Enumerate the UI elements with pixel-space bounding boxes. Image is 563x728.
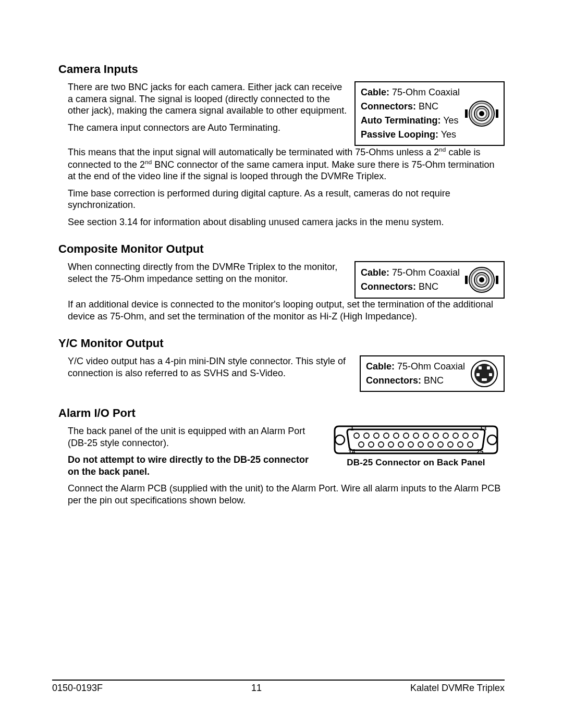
svg-rect-16	[479, 366, 482, 369]
passive-value: Yes	[438, 129, 456, 140]
svg-rect-0	[465, 109, 468, 118]
svg-point-32	[443, 433, 448, 438]
svg-point-38	[378, 442, 384, 447]
composite-text: When connecting directly from the DVMRe …	[68, 261, 348, 290]
heading-alarm-io: Alarm I/O Port	[58, 406, 505, 420]
comp-cable-label: Cable:	[361, 267, 389, 278]
specbox-composite: Cable: 75-Ohm Coaxial Connectors: BNC	[354, 261, 505, 299]
svg-point-13	[479, 277, 484, 282]
comp-connectors-value: BNC	[416, 281, 438, 292]
row-composite: When connecting directly from the DVMRe …	[58, 261, 505, 299]
svg-point-6	[479, 111, 484, 116]
alarm-text: The back panel of the unit is equipped w…	[68, 425, 321, 483]
svg-rect-20	[482, 378, 487, 381]
connectors-label: Connectors:	[361, 101, 416, 112]
row-yc: Y/C video output has a 4-pin mini-DIN st…	[58, 355, 505, 392]
svg-point-36	[359, 442, 364, 447]
svg-point-31	[433, 433, 438, 438]
composite-p1: When connecting directly from the DVMRe …	[68, 261, 348, 285]
row-camera-inputs: There are two BNC jacks for each camera.…	[58, 81, 505, 146]
svg-point-33	[453, 433, 458, 438]
camera-inputs-p3: This means that the input signal will au…	[68, 146, 505, 182]
svg-point-45	[448, 442, 453, 447]
svg-point-35	[473, 433, 478, 438]
svg-point-23	[354, 433, 359, 438]
svg-point-46	[458, 442, 463, 447]
connectors-value: BNC	[416, 101, 438, 112]
yc-text: Y/C video output has a 4-pin mini-DIN st…	[68, 355, 353, 384]
p3-sup2: nd	[145, 158, 152, 165]
db25-connector-icon: 1 13 14 25	[327, 425, 505, 454]
footer-docnum: 0150-0193F	[52, 683, 103, 694]
footer-row: 0150-0193F 11 Kalatel DVMRe Triplex	[52, 683, 505, 694]
document-page: Camera Inputs There are two BNC jacks fo…	[0, 0, 563, 728]
footer-product: Kalatel DVMRe Triplex	[410, 683, 505, 694]
svg-point-27	[394, 433, 399, 438]
cable-label: Cable:	[361, 87, 389, 97]
heading-yc-output: Y/C Monitor Output	[58, 337, 505, 350]
svg-point-25	[374, 433, 379, 438]
db25-diagram: 1 13 14 25 DB-25 Connector on Back Panel	[327, 425, 505, 468]
page-footer: 0150-0193F 11 Kalatel DVMRe Triplex	[52, 680, 505, 694]
alarm-warn: Do not attempt to wire directly to the D…	[68, 454, 321, 477]
camera-inputs-p5: See section 3.14 for information about d…	[68, 216, 505, 228]
svg-point-30	[423, 433, 429, 438]
section-alarm-io: Alarm I/O Port The back panel of the uni…	[58, 406, 505, 506]
svg-point-47	[468, 442, 473, 447]
yc-connectors-value: BNC	[421, 375, 444, 386]
svg-point-22	[487, 435, 497, 445]
svg-point-37	[369, 442, 374, 447]
row-alarm: The back panel of the unit is equipped w…	[58, 425, 505, 483]
pin25-label: 25	[476, 448, 484, 454]
spec-text-yc: Cable: 75-Ohm Coaxial Connectors: BNC	[366, 360, 465, 388]
camera-inputs-p4: Time base correction is performed during…	[68, 188, 505, 211]
spec-text-camera: Cable: 75-Ohm Coaxial Connectors: BNC Au…	[361, 85, 460, 142]
comp-cable-value: 75-Ohm Coaxial	[389, 267, 460, 278]
autoterm-value: Yes	[441, 115, 459, 126]
svg-point-41	[408, 442, 413, 447]
svg-point-34	[463, 433, 468, 438]
svg-rect-19	[489, 373, 492, 376]
specbox-yc: Cable: 75-Ohm Coaxial Connectors: BNC	[360, 355, 505, 392]
pin1-label: 1	[350, 425, 354, 432]
footer-divider	[52, 680, 505, 681]
svg-rect-18	[476, 373, 480, 376]
cable-value: 75-Ohm Coaxial	[389, 87, 460, 97]
svg-point-21	[335, 435, 345, 445]
yc-p1: Y/C video output has a 4-pin mini-DIN st…	[68, 355, 353, 379]
svg-rect-17	[487, 366, 490, 369]
yc-connectors-label: Connectors:	[366, 375, 421, 386]
comp-connectors-label: Connectors:	[361, 281, 416, 292]
heading-camera-inputs: Camera Inputs	[58, 63, 505, 76]
svg-rect-7	[465, 276, 468, 284]
spec-text-composite: Cable: 75-Ohm Coaxial Connectors: BNC	[361, 266, 460, 294]
yc-cable-label: Cable:	[366, 361, 395, 372]
autoterm-label: Auto Terminating:	[361, 115, 441, 126]
heading-composite-output: Composite Monitor Output	[58, 242, 505, 256]
footer-pagenum: 11	[251, 683, 262, 694]
svg-point-28	[403, 433, 409, 438]
svg-point-43	[428, 442, 433, 447]
svg-point-42	[418, 442, 423, 447]
camera-inputs-p2: The camera input connectors are Auto Ter…	[68, 122, 348, 134]
yc-cable-value: 75-Ohm Coaxial	[395, 361, 465, 372]
svg-point-39	[388, 442, 394, 447]
section-composite-output: Composite Monitor Output When connecting…	[58, 242, 505, 322]
p3-sup1: nd	[439, 146, 446, 153]
camera-inputs-text: There are two BNC jacks for each camera.…	[68, 81, 348, 139]
camera-inputs-p1: There are two BNC jacks for each camera.…	[68, 81, 348, 117]
svg-point-40	[398, 442, 403, 447]
minidin-connector-icon	[470, 360, 498, 388]
specbox-camera-inputs: Cable: 75-Ohm Coaxial Connectors: BNC Au…	[354, 81, 505, 146]
svg-rect-1	[496, 109, 498, 118]
svg-rect-8	[496, 276, 498, 284]
svg-point-24	[364, 433, 369, 438]
section-yc-output: Y/C Monitor Output Y/C video output has …	[58, 337, 505, 392]
svg-point-44	[438, 442, 443, 447]
alarm-p2: Connect the Alarm PCB (supplied with the…	[68, 483, 505, 506]
bnc-connector-icon	[465, 99, 498, 128]
pin13-label: 13	[480, 425, 487, 432]
pin14-label: 14	[348, 448, 356, 454]
svg-point-26	[384, 433, 389, 438]
section-camera-inputs: Camera Inputs There are two BNC jacks fo…	[58, 63, 505, 228]
